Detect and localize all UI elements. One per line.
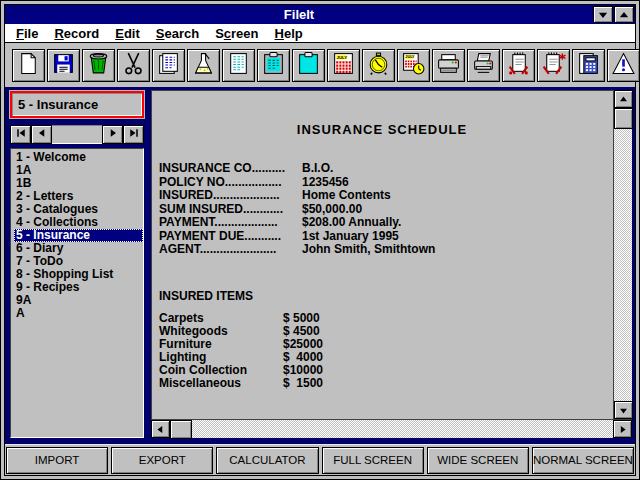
field-list: INSURANCE CO..........B.I.O.POLICY NO...…: [159, 162, 605, 257]
maximize-button[interactable]: [614, 6, 634, 23]
prev-record-button[interactable]: [31, 125, 52, 144]
print-all-button[interactable]: [537, 49, 570, 82]
item-name: Whitegoods: [159, 325, 283, 338]
field-label: INSURED....................: [159, 189, 302, 203]
vertical-scroll-thumb[interactable]: [614, 108, 633, 129]
field-row: PAYMENT...................$208.00 Annual…: [159, 216, 605, 230]
bottom-button-bar: IMPORTEXPORTCALCULATORFULL SCREENWIDE SC…: [5, 444, 635, 475]
calendar-alarm-button[interactable]: JULY: [397, 49, 430, 82]
current-record-label: 5 - Insurance: [18, 97, 98, 112]
alarm-clock-button[interactable]: [362, 49, 395, 82]
item-amount: $ 1500: [283, 377, 323, 390]
vertical-scrollbar[interactable]: [613, 90, 632, 419]
clipboard-icon: [296, 51, 321, 79]
horizontal-scrollbar[interactable]: [151, 419, 632, 438]
content-row: INSURANCE SCHEDULE INSURANCE CO.........…: [151, 90, 632, 419]
scroll-down-icon: [618, 405, 629, 416]
list-item[interactable]: A: [14, 307, 143, 320]
cut-scissors-button[interactable]: [117, 49, 150, 82]
import-button[interactable]: IMPORT: [6, 447, 108, 474]
current-record-box[interactable]: 5 - Insurance: [10, 91, 144, 118]
next-record-button[interactable]: [102, 125, 123, 144]
field-label: AGENT.......................: [159, 243, 302, 257]
svg-text:JULY: JULY: [337, 55, 348, 60]
scroll-right-button[interactable]: [613, 420, 632, 438]
item-name: Miscellaneous: [159, 377, 283, 390]
save-button[interactable]: [47, 49, 80, 82]
print-icon: [471, 51, 496, 79]
print-record-icon: [506, 51, 531, 79]
help-warning-button[interactable]: [607, 49, 640, 82]
scroll-up-button[interactable]: [614, 90, 633, 108]
menu-item-record[interactable]: Record: [46, 26, 107, 41]
first-record-button[interactable]: [10, 125, 31, 144]
calculator-button[interactable]: CALCULATOR: [216, 447, 318, 474]
last-record-button[interactable]: [123, 125, 144, 144]
calculator-button[interactable]: [572, 49, 605, 82]
field-value: 1st January 1995: [302, 230, 399, 244]
field-row: PAYMENT DUE...........1st January 1995: [159, 230, 605, 244]
field-value: John Smith, Smithtown: [302, 243, 435, 257]
export-button[interactable]: EXPORT: [111, 447, 213, 474]
new-record-button[interactable]: [12, 49, 45, 82]
scroll-left-button[interactable]: [151, 420, 170, 438]
app-window: FileIt FileRecordEditSearchScreenHelp JU…: [0, 0, 640, 480]
horizontal-scroll-thumb[interactable]: [170, 420, 192, 439]
menu-item-search[interactable]: Search: [148, 26, 207, 41]
first-record-icon: [15, 127, 27, 142]
item-amount: $ 5000: [283, 312, 320, 325]
calendar-button[interactable]: JULY: [327, 49, 360, 82]
field-value: $208.00 Annually.: [302, 216, 401, 230]
scroll-down-button[interactable]: [614, 401, 633, 419]
cut-scissors-icon: [121, 51, 146, 79]
vertical-scroll-track[interactable]: [614, 129, 632, 401]
minimize-button[interactable]: [593, 6, 613, 23]
full-screen-button[interactable]: FULL SCREEN: [322, 447, 424, 474]
item-row: Whitegoods$ 4500: [159, 325, 605, 338]
list-item[interactable]: 1A: [14, 164, 143, 177]
minimize-arrow-icon: [597, 9, 609, 21]
notes-button[interactable]: [152, 49, 185, 82]
field-label: PAYMENT DUE...........: [159, 230, 302, 244]
calendar-alarm-icon: JULY: [401, 51, 426, 79]
print-setup-button[interactable]: [432, 49, 465, 82]
record-nav-track: [52, 125, 102, 144]
horizontal-scroll-track[interactable]: [192, 420, 613, 438]
list-item[interactable]: 1 - Welcome: [14, 151, 143, 164]
item-row: Lighting$ 4000: [159, 351, 605, 364]
menu-bar: FileRecordEditSearchScreenHelp: [5, 24, 635, 43]
print-record-button[interactable]: [502, 49, 535, 82]
menu-item-help[interactable]: Help: [267, 26, 311, 41]
list-item[interactable]: 9 - Recipes: [14, 281, 143, 294]
view-report-button[interactable]: [222, 49, 255, 82]
content-area: INSURANCE SCHEDULE INSURANCE CO.........…: [151, 90, 632, 438]
field-row: SUM INSURED............$50,000.00: [159, 203, 605, 217]
field-label: PAYMENT...................: [159, 216, 302, 230]
alarm-clock-icon: [366, 51, 391, 79]
print-button[interactable]: [467, 49, 500, 82]
next-record-icon: [107, 127, 119, 142]
window-frame: FileIt FileRecordEditSearchScreenHelp JU…: [4, 4, 636, 476]
calendar-icon: JULY: [331, 51, 356, 79]
item-amount: $ 4000: [283, 351, 323, 364]
normal-screen-button[interactable]: NORMAL SCREEN: [532, 447, 634, 474]
window-title: FileIt: [5, 5, 593, 24]
delete-trash-icon: [86, 51, 111, 79]
print-all-icon: [541, 51, 566, 79]
item-name: Coin Collection: [159, 364, 283, 377]
insured-items-list: Carpets$ 5000Whitegoods$ 4500Furniture$2…: [159, 312, 605, 390]
clipboard-button[interactable]: [292, 49, 325, 82]
wide-screen-button[interactable]: WIDE SCREEN: [427, 447, 529, 474]
item-row: Miscellaneous$ 1500: [159, 377, 605, 390]
filter-flask-button[interactable]: [187, 49, 220, 82]
menu-item-screen[interactable]: Screen: [207, 26, 266, 41]
list-item[interactable]: 9A: [14, 294, 143, 307]
record-nav: [10, 125, 144, 144]
title-bar: FileIt: [5, 5, 635, 24]
delete-trash-button[interactable]: [82, 49, 115, 82]
menu-item-edit[interactable]: Edit: [107, 26, 148, 41]
field-label: INSURANCE CO..........: [159, 162, 302, 176]
menu-item-file[interactable]: File: [8, 26, 46, 41]
paste-text-button[interactable]: [257, 49, 290, 82]
field-row: INSURED....................Home Contents: [159, 189, 605, 203]
